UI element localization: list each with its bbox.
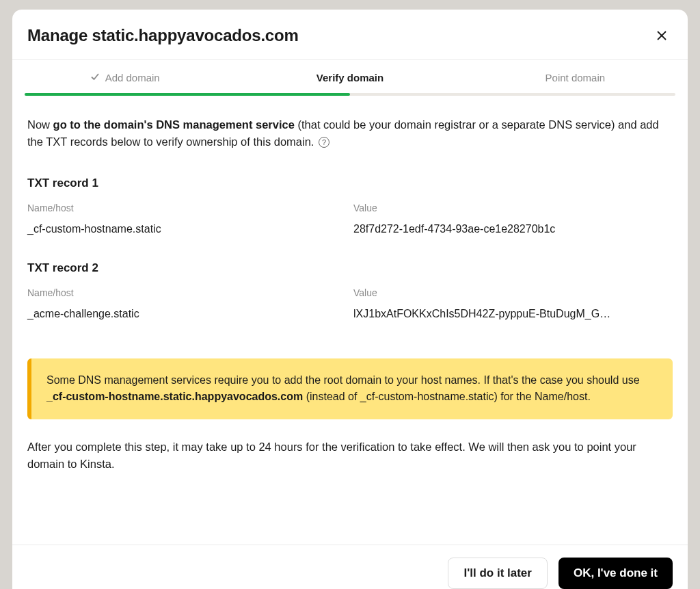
modal-title: Manage static.happyavocados.com — [27, 26, 299, 45]
step-label: Verify domain — [317, 72, 383, 83]
modal-footer: I'll do it later OK, I've done it — [12, 545, 688, 589]
intro-bold: go to the domain's DNS management servic… — [53, 118, 295, 131]
modal-header: Manage static.happyavocados.com — [12, 10, 688, 60]
field-label-value: Value — [353, 202, 673, 213]
field-value-name[interactable]: _cf-custom-hostname.static — [27, 223, 347, 235]
done-button[interactable]: OK, I've done it — [558, 558, 673, 589]
field-value-value[interactable]: 28f7d272-1edf-4734-93ae-ce1e28270b1c — [353, 223, 673, 235]
field-value-value[interactable]: lXJ1bxAtFOKKxChIs5DH42Z-pyppuE-BtuDugM_G… — [353, 308, 673, 320]
step-verify-domain[interactable]: Verify domain — [237, 60, 462, 93]
check-icon — [90, 72, 100, 83]
txt-record-2: TXT record 2 Name/host _acme-challenge.s… — [27, 261, 673, 320]
record-value-col: Value 28f7d272-1edf-4734-93ae-ce1e28270b… — [353, 202, 673, 235]
notice-suffix: (instead of _cf-custom-hostname.static) … — [303, 391, 591, 402]
step-point-domain[interactable]: Point domain — [463, 60, 688, 93]
txt-record-1: TXT record 1 Name/host _cf-custom-hostna… — [27, 176, 673, 235]
progress-fill — [25, 93, 350, 96]
step-label: Point domain — [546, 72, 606, 83]
intro-prefix: Now — [27, 118, 53, 131]
record-row: Name/host _cf-custom-hostname.static Val… — [27, 202, 673, 235]
modal-body: Now go to the domain's DNS management se… — [12, 96, 688, 545]
record-title: TXT record 1 — [27, 176, 673, 190]
dns-notice: Some DNS management services require you… — [27, 358, 673, 420]
close-icon — [657, 31, 667, 40]
intro-text: Now go to the domain's DNS management se… — [27, 116, 673, 150]
record-value-col: Value lXJ1bxAtFOKKxChIs5DH42Z-pyppuE-Btu… — [353, 287, 673, 320]
field-label-name: Name/host — [27, 287, 347, 298]
step-add-domain[interactable]: Add domain — [12, 60, 237, 93]
help-icon[interactable]: ? — [319, 137, 329, 148]
record-title: TXT record 2 — [27, 261, 673, 275]
record-row: Name/host _acme-challenge.static Value l… — [27, 287, 673, 320]
later-button[interactable]: I'll do it later — [448, 558, 547, 589]
aftertext: After you complete this step, it may tak… — [27, 439, 673, 473]
step-label: Add domain — [105, 72, 160, 83]
close-button[interactable] — [655, 29, 669, 42]
record-name-col: Name/host _acme-challenge.static — [27, 287, 347, 320]
notice-bold: _cf-custom-hostname.static.happyavocados… — [46, 391, 303, 402]
notice-prefix: Some DNS management services require you… — [46, 374, 640, 386]
progress-track — [25, 93, 675, 96]
stepper: Add domain Verify domain Point domain — [12, 60, 688, 93]
modal-manage-domain: Manage static.happyavocados.com Add doma… — [12, 10, 688, 589]
field-value-name[interactable]: _acme-challenge.static — [27, 308, 347, 320]
record-name-col: Name/host _cf-custom-hostname.static — [27, 202, 347, 235]
field-label-name: Name/host — [27, 202, 347, 213]
field-label-value: Value — [353, 287, 673, 298]
